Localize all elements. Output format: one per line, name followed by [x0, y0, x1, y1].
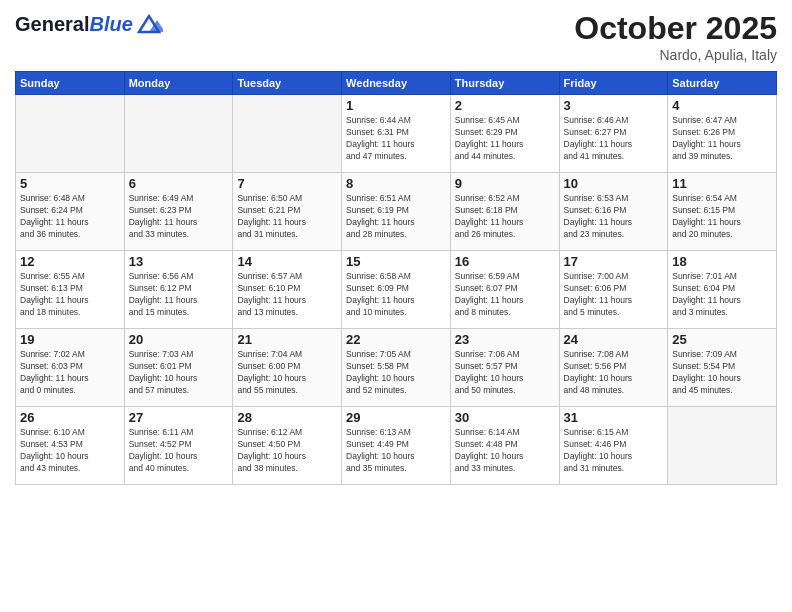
logo-icon	[135, 10, 163, 38]
day-info: Sunrise: 6:15 AM Sunset: 4:46 PM Dayligh…	[564, 427, 664, 475]
day-number: 11	[672, 176, 772, 191]
calendar-cell: 26Sunrise: 6:10 AM Sunset: 4:53 PM Dayli…	[16, 407, 125, 485]
calendar-cell	[16, 95, 125, 173]
page-header: GeneralBlue October 2025 Nardo, Apulia, …	[15, 10, 777, 63]
weekday-header-monday: Monday	[124, 72, 233, 95]
day-info: Sunrise: 6:47 AM Sunset: 6:26 PM Dayligh…	[672, 115, 772, 163]
calendar-cell	[233, 95, 342, 173]
svg-marker-1	[149, 20, 163, 32]
month-title: October 2025	[574, 10, 777, 47]
day-info: Sunrise: 7:06 AM Sunset: 5:57 PM Dayligh…	[455, 349, 555, 397]
day-info: Sunrise: 6:54 AM Sunset: 6:15 PM Dayligh…	[672, 193, 772, 241]
calendar-cell: 28Sunrise: 6:12 AM Sunset: 4:50 PM Dayli…	[233, 407, 342, 485]
day-number: 20	[129, 332, 229, 347]
calendar-cell: 30Sunrise: 6:14 AM Sunset: 4:48 PM Dayli…	[450, 407, 559, 485]
day-number: 15	[346, 254, 446, 269]
day-info: Sunrise: 7:02 AM Sunset: 6:03 PM Dayligh…	[20, 349, 120, 397]
title-block: October 2025 Nardo, Apulia, Italy	[574, 10, 777, 63]
day-info: Sunrise: 6:46 AM Sunset: 6:27 PM Dayligh…	[564, 115, 664, 163]
day-info: Sunrise: 6:56 AM Sunset: 6:12 PM Dayligh…	[129, 271, 229, 319]
day-info: Sunrise: 6:13 AM Sunset: 4:49 PM Dayligh…	[346, 427, 446, 475]
day-info: Sunrise: 6:45 AM Sunset: 6:29 PM Dayligh…	[455, 115, 555, 163]
day-number: 30	[455, 410, 555, 425]
day-number: 22	[346, 332, 446, 347]
calendar-cell: 23Sunrise: 7:06 AM Sunset: 5:57 PM Dayli…	[450, 329, 559, 407]
day-info: Sunrise: 6:50 AM Sunset: 6:21 PM Dayligh…	[237, 193, 337, 241]
weekday-header-tuesday: Tuesday	[233, 72, 342, 95]
day-number: 14	[237, 254, 337, 269]
day-number: 12	[20, 254, 120, 269]
day-number: 25	[672, 332, 772, 347]
day-info: Sunrise: 6:44 AM Sunset: 6:31 PM Dayligh…	[346, 115, 446, 163]
calendar-cell: 27Sunrise: 6:11 AM Sunset: 4:52 PM Dayli…	[124, 407, 233, 485]
calendar-cell: 15Sunrise: 6:58 AM Sunset: 6:09 PM Dayli…	[342, 251, 451, 329]
day-number: 9	[455, 176, 555, 191]
calendar-cell: 31Sunrise: 6:15 AM Sunset: 4:46 PM Dayli…	[559, 407, 668, 485]
day-info: Sunrise: 7:09 AM Sunset: 5:54 PM Dayligh…	[672, 349, 772, 397]
calendar-week-1: 1Sunrise: 6:44 AM Sunset: 6:31 PM Daylig…	[16, 95, 777, 173]
day-info: Sunrise: 6:55 AM Sunset: 6:13 PM Dayligh…	[20, 271, 120, 319]
day-number: 28	[237, 410, 337, 425]
day-number: 6	[129, 176, 229, 191]
calendar-cell: 29Sunrise: 6:13 AM Sunset: 4:49 PM Dayli…	[342, 407, 451, 485]
weekday-header-wednesday: Wednesday	[342, 72, 451, 95]
day-number: 13	[129, 254, 229, 269]
calendar-cell: 3Sunrise: 6:46 AM Sunset: 6:27 PM Daylig…	[559, 95, 668, 173]
logo-text: GeneralBlue	[15, 13, 133, 35]
day-info: Sunrise: 7:08 AM Sunset: 5:56 PM Dayligh…	[564, 349, 664, 397]
calendar-cell: 6Sunrise: 6:49 AM Sunset: 6:23 PM Daylig…	[124, 173, 233, 251]
weekday-header-saturday: Saturday	[668, 72, 777, 95]
calendar-cell: 20Sunrise: 7:03 AM Sunset: 6:01 PM Dayli…	[124, 329, 233, 407]
calendar-cell: 24Sunrise: 7:08 AM Sunset: 5:56 PM Dayli…	[559, 329, 668, 407]
calendar-cell: 17Sunrise: 7:00 AM Sunset: 6:06 PM Dayli…	[559, 251, 668, 329]
day-info: Sunrise: 6:14 AM Sunset: 4:48 PM Dayligh…	[455, 427, 555, 475]
day-number: 5	[20, 176, 120, 191]
day-info: Sunrise: 6:48 AM Sunset: 6:24 PM Dayligh…	[20, 193, 120, 241]
calendar-cell: 14Sunrise: 6:57 AM Sunset: 6:10 PM Dayli…	[233, 251, 342, 329]
calendar-cell: 12Sunrise: 6:55 AM Sunset: 6:13 PM Dayli…	[16, 251, 125, 329]
calendar-cell: 9Sunrise: 6:52 AM Sunset: 6:18 PM Daylig…	[450, 173, 559, 251]
day-info: Sunrise: 7:04 AM Sunset: 6:00 PM Dayligh…	[237, 349, 337, 397]
calendar-week-4: 19Sunrise: 7:02 AM Sunset: 6:03 PM Dayli…	[16, 329, 777, 407]
weekday-header-sunday: Sunday	[16, 72, 125, 95]
day-number: 18	[672, 254, 772, 269]
calendar-cell	[668, 407, 777, 485]
day-info: Sunrise: 6:57 AM Sunset: 6:10 PM Dayligh…	[237, 271, 337, 319]
calendar-cell: 25Sunrise: 7:09 AM Sunset: 5:54 PM Dayli…	[668, 329, 777, 407]
day-number: 16	[455, 254, 555, 269]
day-info: Sunrise: 6:51 AM Sunset: 6:19 PM Dayligh…	[346, 193, 446, 241]
calendar-cell: 11Sunrise: 6:54 AM Sunset: 6:15 PM Dayli…	[668, 173, 777, 251]
day-info: Sunrise: 6:10 AM Sunset: 4:53 PM Dayligh…	[20, 427, 120, 475]
day-number: 17	[564, 254, 664, 269]
weekday-header-friday: Friday	[559, 72, 668, 95]
calendar-week-2: 5Sunrise: 6:48 AM Sunset: 6:24 PM Daylig…	[16, 173, 777, 251]
day-info: Sunrise: 7:00 AM Sunset: 6:06 PM Dayligh…	[564, 271, 664, 319]
calendar-cell: 18Sunrise: 7:01 AM Sunset: 6:04 PM Dayli…	[668, 251, 777, 329]
day-number: 2	[455, 98, 555, 113]
day-number: 21	[237, 332, 337, 347]
day-info: Sunrise: 7:03 AM Sunset: 6:01 PM Dayligh…	[129, 349, 229, 397]
day-info: Sunrise: 6:52 AM Sunset: 6:18 PM Dayligh…	[455, 193, 555, 241]
weekday-header-thursday: Thursday	[450, 72, 559, 95]
calendar-cell: 19Sunrise: 7:02 AM Sunset: 6:03 PM Dayli…	[16, 329, 125, 407]
day-number: 3	[564, 98, 664, 113]
weekday-header-row: SundayMondayTuesdayWednesdayThursdayFrid…	[16, 72, 777, 95]
day-info: Sunrise: 6:49 AM Sunset: 6:23 PM Dayligh…	[129, 193, 229, 241]
day-number: 4	[672, 98, 772, 113]
calendar-week-5: 26Sunrise: 6:10 AM Sunset: 4:53 PM Dayli…	[16, 407, 777, 485]
day-number: 19	[20, 332, 120, 347]
calendar-cell	[124, 95, 233, 173]
calendar-cell: 2Sunrise: 6:45 AM Sunset: 6:29 PM Daylig…	[450, 95, 559, 173]
calendar-cell: 21Sunrise: 7:04 AM Sunset: 6:00 PM Dayli…	[233, 329, 342, 407]
calendar-cell: 4Sunrise: 6:47 AM Sunset: 6:26 PM Daylig…	[668, 95, 777, 173]
day-number: 8	[346, 176, 446, 191]
calendar-cell: 22Sunrise: 7:05 AM Sunset: 5:58 PM Dayli…	[342, 329, 451, 407]
day-number: 31	[564, 410, 664, 425]
day-number: 23	[455, 332, 555, 347]
calendar-cell: 8Sunrise: 6:51 AM Sunset: 6:19 PM Daylig…	[342, 173, 451, 251]
calendar-cell: 13Sunrise: 6:56 AM Sunset: 6:12 PM Dayli…	[124, 251, 233, 329]
calendar-week-3: 12Sunrise: 6:55 AM Sunset: 6:13 PM Dayli…	[16, 251, 777, 329]
day-info: Sunrise: 7:05 AM Sunset: 5:58 PM Dayligh…	[346, 349, 446, 397]
location-subtitle: Nardo, Apulia, Italy	[574, 47, 777, 63]
day-number: 7	[237, 176, 337, 191]
